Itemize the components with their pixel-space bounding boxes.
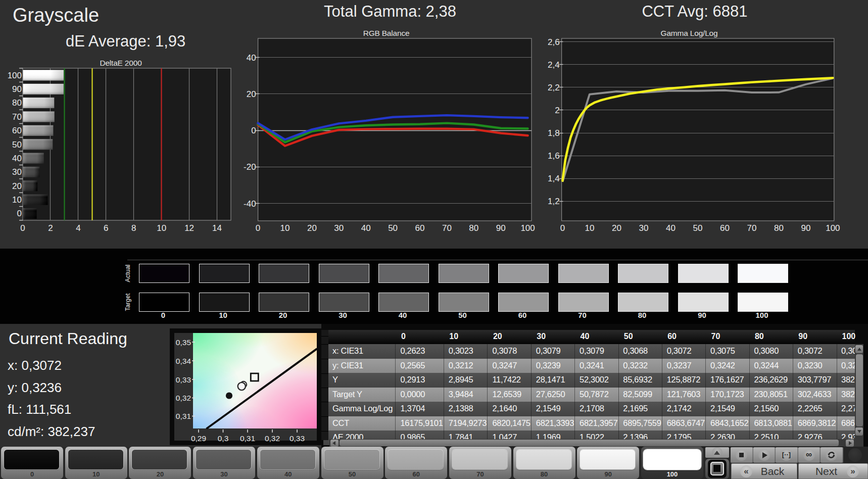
- svg-text:90: 90: [801, 223, 810, 233]
- svg-text:0: 0: [251, 126, 256, 135]
- svg-text:2: 2: [555, 106, 559, 115]
- svg-text:0: 0: [17, 209, 22, 218]
- svg-text:80: 80: [12, 98, 22, 108]
- svg-text:100: 100: [826, 223, 840, 233]
- svg-text:2,6: 2,6: [548, 37, 560, 47]
- svg-text:0: 0: [256, 223, 260, 233]
- svg-text:30: 30: [639, 223, 648, 233]
- svg-text:50: 50: [12, 140, 22, 150]
- svg-text:100: 100: [8, 71, 22, 80]
- svg-text:10: 10: [12, 195, 22, 205]
- svg-text:70: 70: [12, 112, 22, 122]
- svg-text:20: 20: [612, 223, 621, 233]
- svg-text:40: 40: [361, 223, 371, 233]
- svg-text:1,6: 1,6: [548, 151, 560, 161]
- svg-text:2,4: 2,4: [548, 60, 560, 70]
- svg-text:DeltaE 2000: DeltaE 2000: [100, 59, 142, 67]
- svg-text:40: 40: [666, 223, 676, 233]
- svg-text:0,33: 0,33: [290, 434, 305, 443]
- svg-text:0,31: 0,31: [176, 412, 191, 420]
- svg-text:1,4: 1,4: [548, 174, 560, 183]
- svg-text:Gamma Log/Log: Gamma Log/Log: [661, 29, 718, 37]
- svg-text:0,3: 0,3: [218, 434, 229, 443]
- svg-text:RGB Balance: RGB Balance: [363, 29, 410, 37]
- svg-text:0: 0: [20, 223, 25, 233]
- svg-text:70: 70: [442, 223, 452, 233]
- svg-text:8: 8: [131, 223, 136, 233]
- svg-text:10: 10: [157, 223, 166, 233]
- svg-text:30: 30: [12, 167, 22, 177]
- svg-text:14: 14: [212, 223, 222, 233]
- svg-text:80: 80: [774, 223, 784, 233]
- svg-text:0,32: 0,32: [176, 394, 191, 402]
- svg-text:60: 60: [415, 223, 425, 233]
- svg-text:1,8: 1,8: [548, 128, 560, 138]
- svg-text:90: 90: [12, 84, 22, 94]
- svg-text:40: 40: [12, 154, 22, 163]
- svg-text:0,34: 0,34: [176, 357, 191, 365]
- svg-text:10: 10: [585, 223, 594, 233]
- svg-text:4: 4: [76, 223, 80, 233]
- svg-text:0,31: 0,31: [240, 434, 255, 443]
- svg-text:2,2: 2,2: [548, 83, 560, 92]
- svg-text:0,33: 0,33: [176, 375, 191, 384]
- svg-text:0,32: 0,32: [265, 434, 280, 443]
- svg-text:20: 20: [12, 181, 22, 191]
- svg-text:10: 10: [280, 223, 290, 233]
- svg-text:30: 30: [334, 223, 344, 233]
- svg-text:-20: -20: [244, 162, 256, 172]
- svg-text:60: 60: [720, 223, 730, 233]
- svg-text:40: 40: [247, 53, 256, 63]
- svg-text:2: 2: [48, 223, 53, 233]
- svg-text:90: 90: [496, 223, 506, 233]
- svg-text:20: 20: [307, 223, 317, 233]
- svg-text:100: 100: [520, 223, 535, 233]
- svg-text:0,35: 0,35: [176, 338, 191, 347]
- svg-text:50: 50: [693, 223, 702, 233]
- svg-text:70: 70: [747, 223, 756, 233]
- svg-text:12: 12: [184, 223, 194, 233]
- svg-text:20: 20: [247, 89, 256, 99]
- svg-text:-40: -40: [244, 199, 256, 209]
- svg-text:0,29: 0,29: [191, 434, 206, 443]
- svg-text:0: 0: [560, 223, 565, 233]
- svg-text:60: 60: [12, 126, 22, 135]
- svg-text:6: 6: [104, 223, 108, 233]
- svg-text:50: 50: [388, 223, 398, 233]
- svg-text:1,2: 1,2: [548, 197, 560, 206]
- svg-text:80: 80: [469, 223, 478, 233]
